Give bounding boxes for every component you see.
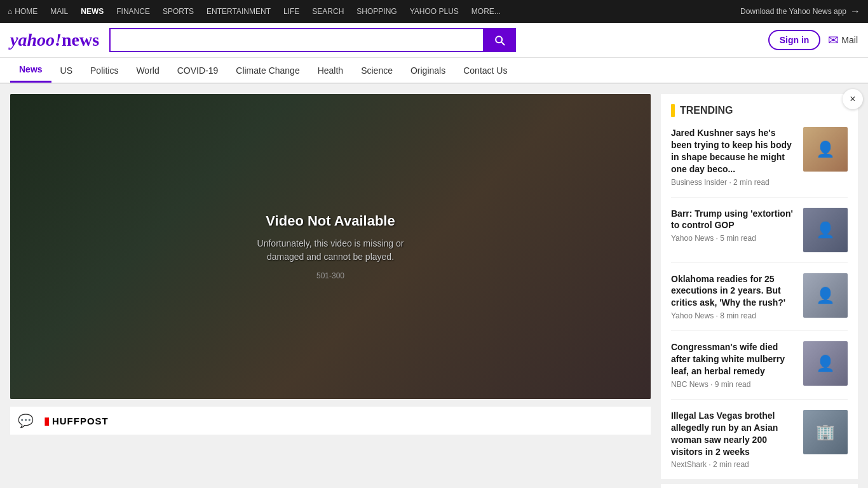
search-input[interactable] [109,28,483,52]
trending-item-5-meta: NextShark · 2 min read [671,460,797,469]
site-header: yahoo!news Sign in ✉ Mail [0,23,868,58]
comment-icon[interactable]: 💬 [18,413,34,428]
signin-button[interactable]: Sign in [768,30,821,50]
top-navigation: ⌂ HOME MAIL NEWS FINANCE SPORTS ENTERTAI… [0,0,868,23]
topnav-finance[interactable]: FINANCE [116,7,150,16]
trending-item-3-image: 👤 [803,273,848,318]
trending-item-1-text: Jared Kushner says he's been trying to k… [671,127,797,187]
arrow-right-icon: → [850,6,860,17]
popular-section: POPULAR [661,484,858,488]
sidebar: × TRENDING Jared Kushner says he's been … [661,94,858,488]
trending-item-1-image: 👤 [803,127,848,172]
secnav-world[interactable]: World [127,59,168,82]
secnav-health[interactable]: Health [309,59,352,82]
trending-section-title: TRENDING [671,104,848,117]
trending-item-5[interactable]: Illegal Las Vegas brothel allegedly run … [671,410,848,470]
video-player[interactable]: Video Not Available Unfortunately, this … [10,94,651,399]
trending-item-3[interactable]: Oklahoma readies for 25 executions in 2 … [671,273,848,332]
download-app-link[interactable]: Download the Yahoo News app → [740,6,860,17]
trending-item-3-text: Oklahoma readies for 25 executions in 2 … [671,273,797,321]
trending-item-3-meta: Yahoo News · 8 min read [671,311,797,320]
trending-item-2-image: 👤 [803,208,848,252]
secnav-contact-us[interactable]: Contact Us [454,59,516,82]
topnav-more[interactable]: MORE... [471,7,501,16]
topnav-shopping[interactable]: SHOPPING [356,7,397,16]
topnav-entertainment[interactable]: ENTERTAINMENT [207,7,271,16]
secnav-climate-change[interactable]: Climate Change [227,59,308,82]
topnav-news[interactable]: NEWS [81,7,104,16]
trending-item-4-text: Congressman's wife died after taking whi… [671,341,797,389]
secnav-covid19[interactable]: COVID-19 [168,59,227,82]
trending-item-1[interactable]: Jared Kushner says he's been trying to k… [671,127,848,198]
video-unavailable-message: Video Not Available Unfortunately, this … [257,213,404,280]
topnav-mail[interactable]: MAIL [50,7,68,16]
huffpost-logo: ▮ HUFFPOST [44,415,109,427]
video-subtitle: Unfortunately, this video is missing ord… [257,237,404,264]
site-logo[interactable]: yahoo!news [10,30,99,50]
trending-item-1-meta: Business Insider · 2 min read [671,178,797,187]
secnav-us[interactable]: US [51,59,81,82]
trending-item-5-text: Illegal Las Vegas brothel allegedly run … [671,410,797,470]
search-icon [493,34,506,46]
video-section: Video Not Available Unfortunately, this … [10,94,651,488]
topnav-sports[interactable]: SPORTS [163,7,194,16]
mail-icon: ✉ [828,32,839,48]
trending-item-3-headline: Oklahoma readies for 25 executions in 2 … [671,273,797,309]
main-content: Video Not Available Unfortunately, this … [0,84,868,488]
trending-section: TRENDING Jared Kushner says he's been tr… [661,94,858,479]
video-error-code: 501-300 [257,271,404,280]
trending-item-2-text: Barr: Trump using 'extortion' to control… [671,208,797,252]
secnav-news[interactable]: News [10,58,51,83]
search-bar [109,28,516,52]
trending-item-4[interactable]: Congressman's wife died after taking whi… [671,341,848,400]
trending-title-bar [671,104,675,117]
topnav-home[interactable]: ⌂ HOME [8,7,37,16]
search-button[interactable] [483,28,516,52]
trending-item-1-headline: Jared Kushner says he's been trying to k… [671,127,797,175]
image-placeholder: 👤 [803,208,848,252]
below-video-bar: 💬 ▮ HUFFPOST [10,407,651,435]
close-sidebar-button[interactable]: × [843,89,863,109]
trending-item-2-meta: Yahoo News · 5 min read [671,234,797,243]
header-right: Sign in ✉ Mail [768,30,858,50]
image-placeholder: 👤 [803,341,848,386]
image-placeholder: 👤 [803,127,848,172]
image-placeholder: 🏢 [803,410,848,454]
image-placeholder: 👤 [803,273,848,318]
secnav-originals[interactable]: Originals [402,59,454,82]
trending-item-5-headline: Illegal Las Vegas brothel allegedly run … [671,410,797,458]
topnav-yahoo-plus[interactable]: YAHOO PLUS [410,7,459,16]
secondary-navigation: News US Politics World COVID-19 Climate … [0,58,868,84]
secnav-politics[interactable]: Politics [81,59,127,82]
topnav-search[interactable]: SEARCH [312,7,344,16]
trending-item-4-meta: NBC News · 9 min read [671,380,797,389]
top-nav-left: ⌂ HOME MAIL NEWS FINANCE SPORTS ENTERTAI… [8,7,501,16]
trending-item-2-headline: Barr: Trump using 'extortion' to control… [671,208,797,232]
trending-item-4-headline: Congressman's wife died after taking whi… [671,341,797,377]
trending-item-2[interactable]: Barr: Trump using 'extortion' to control… [671,208,848,263]
trending-item-5-image: 🏢 [803,410,848,454]
secnav-science[interactable]: Science [352,59,402,82]
topnav-life[interactable]: LIFE [283,7,299,16]
mail-link[interactable]: ✉ Mail [828,32,858,48]
home-icon: ⌂ [8,7,12,16]
video-title: Video Not Available [257,213,404,229]
trending-item-4-image: 👤 [803,341,848,386]
